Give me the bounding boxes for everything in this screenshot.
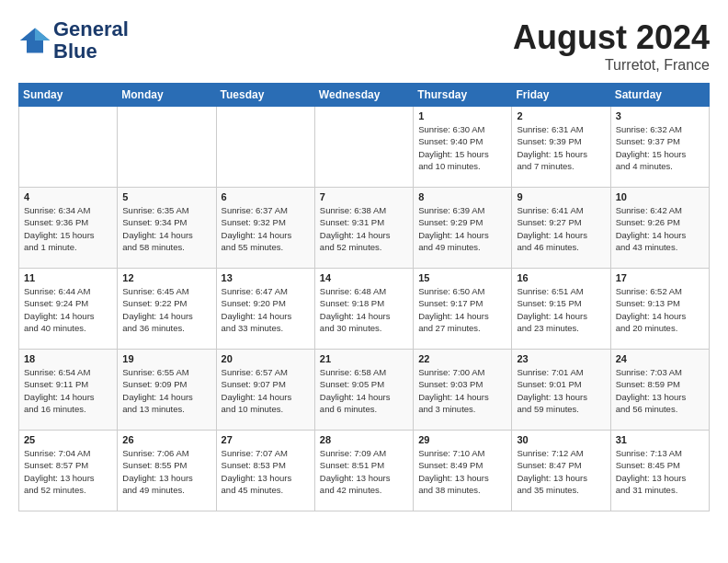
day-info: Sunrise: 6:54 AM Sunset: 9:11 PM Dayligh… [24, 366, 112, 415]
day-info: Sunrise: 6:50 AM Sunset: 9:17 PM Dayligh… [418, 285, 506, 334]
day-number: 26 [122, 434, 210, 445]
day-info: Sunrise: 6:42 AM Sunset: 9:26 PM Dayligh… [616, 204, 704, 253]
day-info: Sunrise: 6:47 AM Sunset: 9:20 PM Dayligh… [222, 285, 310, 334]
logo-line2: Blue [53, 40, 129, 63]
calendar-day-cell: 6Sunrise: 6:37 AM Sunset: 9:32 PM Daylig… [216, 188, 314, 269]
day-info: Sunrise: 6:38 AM Sunset: 9:31 PM Dayligh… [320, 204, 408, 253]
calendar-day-cell: 19Sunrise: 6:55 AM Sunset: 9:09 PM Dayli… [118, 350, 216, 431]
day-number: 9 [517, 191, 605, 202]
day-info: Sunrise: 7:13 AM Sunset: 8:45 PM Dayligh… [616, 447, 704, 496]
calendar-day-cell: 10Sunrise: 6:42 AM Sunset: 9:26 PM Dayli… [610, 188, 709, 269]
day-info: Sunrise: 6:55 AM Sunset: 9:09 PM Dayligh… [122, 366, 210, 415]
title-block: August 2024 Turretot, France [513, 18, 710, 74]
day-info: Sunrise: 7:12 AM Sunset: 8:47 PM Dayligh… [517, 447, 605, 496]
weekday-header-friday: Friday [512, 84, 610, 107]
calendar-day-cell: 17Sunrise: 6:52 AM Sunset: 9:13 PM Dayli… [610, 269, 709, 350]
calendar-day-cell: 30Sunrise: 7:12 AM Sunset: 8:47 PM Dayli… [512, 431, 610, 511]
calendar-day-cell: 26Sunrise: 7:06 AM Sunset: 8:55 PM Dayli… [118, 431, 216, 511]
day-number: 17 [616, 272, 704, 283]
day-number: 18 [24, 353, 112, 364]
calendar-day-cell: 14Sunrise: 6:48 AM Sunset: 9:18 PM Dayli… [314, 269, 413, 350]
day-info: Sunrise: 6:32 AM Sunset: 9:37 PM Dayligh… [616, 123, 704, 172]
day-info: Sunrise: 6:35 AM Sunset: 9:34 PM Dayligh… [122, 204, 210, 253]
day-number: 31 [616, 434, 704, 445]
day-info: Sunrise: 7:04 AM Sunset: 8:57 PM Dayligh… [24, 447, 112, 496]
day-number: 23 [517, 353, 605, 364]
weekday-header-wednesday: Wednesday [314, 84, 413, 107]
day-info: Sunrise: 6:30 AM Sunset: 9:40 PM Dayligh… [418, 123, 506, 172]
weekday-header-sunday: Sunday [19, 84, 118, 107]
calendar-table: SundayMondayTuesdayWednesdayThursdayFrid… [18, 83, 710, 511]
logo-icon [18, 24, 51, 57]
day-number: 20 [222, 353, 310, 364]
day-info: Sunrise: 7:03 AM Sunset: 8:59 PM Dayligh… [616, 366, 704, 415]
calendar-week-row: 18Sunrise: 6:54 AM Sunset: 9:11 PM Dayli… [19, 350, 710, 431]
calendar-day-cell: 27Sunrise: 7:07 AM Sunset: 8:53 PM Dayli… [216, 431, 314, 511]
day-number: 16 [517, 272, 605, 283]
day-number: 11 [24, 272, 112, 283]
calendar-day-cell: 31Sunrise: 7:13 AM Sunset: 8:45 PM Dayli… [610, 431, 709, 511]
calendar-day-cell: 20Sunrise: 6:57 AM Sunset: 9:07 PM Dayli… [216, 350, 314, 431]
day-number: 15 [418, 272, 506, 283]
day-info: Sunrise: 6:45 AM Sunset: 9:22 PM Dayligh… [122, 285, 210, 334]
calendar-day-cell: 22Sunrise: 7:00 AM Sunset: 9:03 PM Dayli… [414, 350, 512, 431]
day-number: 6 [222, 191, 310, 202]
day-number: 2 [517, 110, 605, 121]
day-number: 13 [222, 272, 310, 283]
day-info: Sunrise: 6:41 AM Sunset: 9:27 PM Dayligh… [517, 204, 605, 253]
day-info: Sunrise: 6:31 AM Sunset: 9:39 PM Dayligh… [517, 123, 605, 172]
month-title: August 2024 [513, 18, 710, 57]
day-info: Sunrise: 6:34 AM Sunset: 9:36 PM Dayligh… [24, 204, 112, 253]
calendar-week-row: 4Sunrise: 6:34 AM Sunset: 9:36 PM Daylig… [19, 188, 710, 269]
day-number: 28 [320, 434, 408, 445]
calendar-day-cell: 24Sunrise: 7:03 AM Sunset: 8:59 PM Dayli… [610, 350, 709, 431]
day-number: 27 [222, 434, 310, 445]
calendar-day-cell: 25Sunrise: 7:04 AM Sunset: 8:57 PM Dayli… [19, 431, 118, 511]
day-info: Sunrise: 6:48 AM Sunset: 9:18 PM Dayligh… [320, 285, 408, 334]
calendar-day-cell: 13Sunrise: 6:47 AM Sunset: 9:20 PM Dayli… [216, 269, 314, 350]
calendar-day-cell [19, 107, 118, 188]
day-info: Sunrise: 6:39 AM Sunset: 9:29 PM Dayligh… [418, 204, 506, 253]
location: Turretot, France [513, 57, 710, 74]
logo-line1: General [53, 18, 129, 40]
calendar-day-cell: 2Sunrise: 6:31 AM Sunset: 9:39 PM Daylig… [512, 107, 610, 188]
day-number: 8 [418, 191, 506, 202]
calendar-day-cell: 9Sunrise: 6:41 AM Sunset: 9:27 PM Daylig… [512, 188, 610, 269]
calendar-week-row: 1Sunrise: 6:30 AM Sunset: 9:40 PM Daylig… [19, 107, 710, 188]
calendar-week-row: 11Sunrise: 6:44 AM Sunset: 9:24 PM Dayli… [19, 269, 710, 350]
calendar-day-cell: 1Sunrise: 6:30 AM Sunset: 9:40 PM Daylig… [414, 107, 512, 188]
calendar-day-cell [118, 107, 216, 188]
calendar-week-row: 25Sunrise: 7:04 AM Sunset: 8:57 PM Dayli… [19, 431, 710, 511]
day-info: Sunrise: 6:51 AM Sunset: 9:15 PM Dayligh… [517, 285, 605, 334]
calendar-day-cell: 23Sunrise: 7:01 AM Sunset: 9:01 PM Dayli… [512, 350, 610, 431]
day-info: Sunrise: 7:01 AM Sunset: 9:01 PM Dayligh… [517, 366, 605, 415]
calendar-day-cell: 18Sunrise: 6:54 AM Sunset: 9:11 PM Dayli… [19, 350, 118, 431]
calendar-day-cell: 11Sunrise: 6:44 AM Sunset: 9:24 PM Dayli… [19, 269, 118, 350]
day-info: Sunrise: 6:52 AM Sunset: 9:13 PM Dayligh… [616, 285, 704, 334]
day-number: 5 [122, 191, 210, 202]
weekday-header-monday: Monday [118, 84, 216, 107]
weekday-header-thursday: Thursday [414, 84, 512, 107]
calendar-day-cell: 7Sunrise: 6:38 AM Sunset: 9:31 PM Daylig… [314, 188, 413, 269]
day-number: 7 [320, 191, 408, 202]
calendar-day-cell: 16Sunrise: 6:51 AM Sunset: 9:15 PM Dayli… [512, 269, 610, 350]
day-info: Sunrise: 7:10 AM Sunset: 8:49 PM Dayligh… [418, 447, 506, 496]
calendar-day-cell: 12Sunrise: 6:45 AM Sunset: 9:22 PM Dayli… [118, 269, 216, 350]
day-info: Sunrise: 6:44 AM Sunset: 9:24 PM Dayligh… [24, 285, 112, 334]
day-info: Sunrise: 7:06 AM Sunset: 8:55 PM Dayligh… [122, 447, 210, 496]
calendar-day-cell [216, 107, 314, 188]
calendar-day-cell: 29Sunrise: 7:10 AM Sunset: 8:49 PM Dayli… [414, 431, 512, 511]
calendar-day-cell: 4Sunrise: 6:34 AM Sunset: 9:36 PM Daylig… [19, 188, 118, 269]
calendar-day-cell: 15Sunrise: 6:50 AM Sunset: 9:17 PM Dayli… [414, 269, 512, 350]
day-number: 22 [418, 353, 506, 364]
weekday-header-row: SundayMondayTuesdayWednesdayThursdayFrid… [19, 84, 710, 107]
day-info: Sunrise: 7:00 AM Sunset: 9:03 PM Dayligh… [418, 366, 506, 415]
calendar-day-cell [314, 107, 413, 188]
day-number: 30 [517, 434, 605, 445]
day-number: 24 [616, 353, 704, 364]
day-info: Sunrise: 7:07 AM Sunset: 8:53 PM Dayligh… [222, 447, 310, 496]
day-number: 1 [418, 110, 506, 121]
day-info: Sunrise: 7:09 AM Sunset: 8:51 PM Dayligh… [320, 447, 408, 496]
day-number: 12 [122, 272, 210, 283]
calendar-day-cell: 5Sunrise: 6:35 AM Sunset: 9:34 PM Daylig… [118, 188, 216, 269]
